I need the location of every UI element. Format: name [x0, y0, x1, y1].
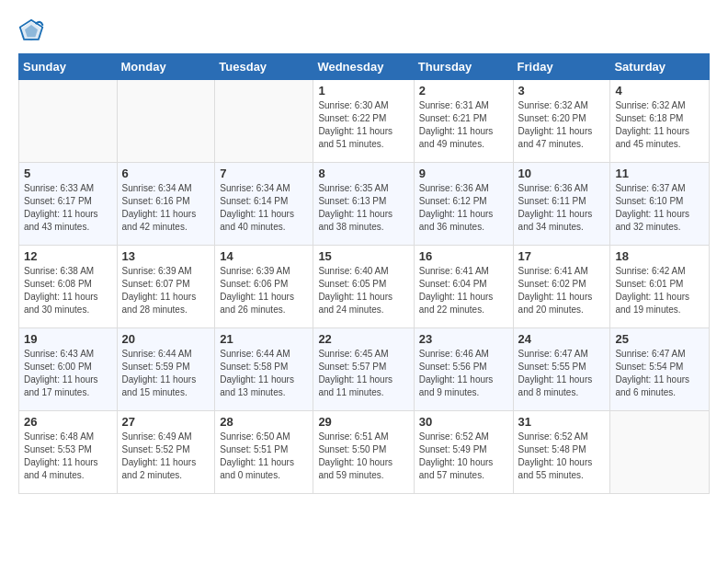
day-cell: 1Sunrise: 6:30 AM Sunset: 6:22 PM Daylig… — [313, 80, 414, 163]
day-number: 9 — [419, 167, 508, 180]
day-cell: 18Sunrise: 6:42 AM Sunset: 6:01 PM Dayli… — [610, 246, 710, 328]
day-info: Sunrise: 6:52 AM Sunset: 5:49 PM Dayligh… — [419, 431, 508, 482]
day-number: 12 — [24, 249, 112, 263]
day-cell: 17Sunrise: 6:41 AM Sunset: 6:02 PM Dayli… — [513, 246, 610, 328]
day-cell: 26Sunrise: 6:48 AM Sunset: 5:53 PM Dayli… — [19, 411, 118, 494]
day-cell: 23Sunrise: 6:46 AM Sunset: 5:56 PM Dayli… — [414, 328, 513, 411]
header-saturday: Saturday — [610, 54, 710, 80]
day-number: 5 — [24, 167, 112, 180]
header-wednesday: Wednesday — [313, 54, 414, 80]
week-row-0: 1Sunrise: 6:30 AM Sunset: 6:22 PM Daylig… — [19, 80, 710, 163]
day-info: Sunrise: 6:44 AM Sunset: 5:59 PM Dayligh… — [122, 348, 210, 399]
day-number: 22 — [318, 332, 408, 346]
day-cell: 20Sunrise: 6:44 AM Sunset: 5:59 PM Dayli… — [117, 328, 215, 411]
day-number: 25 — [615, 332, 704, 346]
day-number: 16 — [419, 249, 508, 263]
day-number: 4 — [615, 84, 704, 98]
page-header — [18, 18, 710, 44]
day-info: Sunrise: 6:45 AM Sunset: 5:57 PM Dayligh… — [318, 348, 408, 399]
day-info: Sunrise: 6:36 AM Sunset: 6:12 PM Dayligh… — [419, 182, 508, 234]
day-cell: 19Sunrise: 6:43 AM Sunset: 6:00 PM Dayli… — [19, 328, 118, 411]
day-cell — [19, 80, 118, 163]
day-cell: 30Sunrise: 6:52 AM Sunset: 5:49 PM Dayli… — [414, 411, 513, 494]
header-sunday: Sunday — [19, 54, 118, 80]
day-cell: 10Sunrise: 6:36 AM Sunset: 6:11 PM Dayli… — [513, 163, 610, 246]
day-info: Sunrise: 6:39 AM Sunset: 6:07 PM Dayligh… — [122, 265, 210, 316]
day-number: 10 — [518, 167, 606, 180]
day-number: 17 — [518, 249, 606, 263]
day-number: 13 — [122, 249, 210, 263]
day-number: 11 — [615, 167, 704, 180]
day-info: Sunrise: 6:32 AM Sunset: 6:18 PM Dayligh… — [615, 99, 704, 151]
day-cell: 16Sunrise: 6:41 AM Sunset: 6:04 PM Dayli… — [414, 246, 513, 328]
day-number: 8 — [318, 167, 408, 180]
day-cell: 11Sunrise: 6:37 AM Sunset: 6:10 PM Dayli… — [610, 163, 710, 246]
day-cell: 22Sunrise: 6:45 AM Sunset: 5:57 PM Dayli… — [313, 328, 414, 411]
day-number: 2 — [419, 84, 508, 98]
day-info: Sunrise: 6:31 AM Sunset: 6:21 PM Dayligh… — [419, 99, 508, 151]
day-cell: 27Sunrise: 6:49 AM Sunset: 5:52 PM Dayli… — [117, 411, 215, 494]
day-number: 30 — [419, 415, 508, 429]
day-cell: 12Sunrise: 6:38 AM Sunset: 6:08 PM Dayli… — [19, 246, 118, 328]
day-number: 6 — [122, 167, 210, 180]
calendar-header-row: SundayMondayTuesdayWednesdayThursdayFrid… — [19, 54, 710, 80]
day-number: 23 — [419, 332, 508, 346]
day-cell — [117, 80, 215, 163]
day-number: 15 — [318, 249, 408, 263]
day-info: Sunrise: 6:52 AM Sunset: 5:48 PM Dayligh… — [518, 431, 606, 482]
week-row-4: 26Sunrise: 6:48 AM Sunset: 5:53 PM Dayli… — [19, 411, 710, 494]
week-row-3: 19Sunrise: 6:43 AM Sunset: 6:00 PM Dayli… — [19, 328, 710, 411]
header-tuesday: Tuesday — [215, 54, 313, 80]
day-info: Sunrise: 6:34 AM Sunset: 6:14 PM Dayligh… — [220, 182, 308, 234]
day-info: Sunrise: 6:46 AM Sunset: 5:56 PM Dayligh… — [419, 348, 508, 399]
day-number: 27 — [122, 415, 210, 429]
header-friday: Friday — [513, 54, 610, 80]
day-info: Sunrise: 6:49 AM Sunset: 5:52 PM Dayligh… — [122, 431, 210, 482]
day-info: Sunrise: 6:48 AM Sunset: 5:53 PM Dayligh… — [24, 431, 112, 482]
day-info: Sunrise: 6:47 AM Sunset: 5:54 PM Dayligh… — [615, 348, 704, 399]
day-number: 29 — [318, 415, 408, 429]
day-info: Sunrise: 6:34 AM Sunset: 6:16 PM Dayligh… — [122, 182, 210, 234]
day-info: Sunrise: 6:37 AM Sunset: 6:10 PM Dayligh… — [615, 182, 704, 234]
day-info: Sunrise: 6:36 AM Sunset: 6:11 PM Dayligh… — [518, 182, 606, 234]
day-cell: 29Sunrise: 6:51 AM Sunset: 5:50 PM Dayli… — [313, 411, 414, 494]
day-number: 26 — [24, 415, 112, 429]
day-info: Sunrise: 6:35 AM Sunset: 6:13 PM Dayligh… — [318, 182, 408, 234]
header-monday: Monday — [117, 54, 215, 80]
day-number: 28 — [220, 415, 308, 429]
day-cell — [610, 411, 710, 494]
day-cell: 15Sunrise: 6:40 AM Sunset: 6:05 PM Dayli… — [313, 246, 414, 328]
day-info: Sunrise: 6:32 AM Sunset: 6:20 PM Dayligh… — [518, 99, 606, 151]
week-row-1: 5Sunrise: 6:33 AM Sunset: 6:17 PM Daylig… — [19, 163, 710, 246]
day-number: 21 — [220, 332, 308, 346]
header-thursday: Thursday — [414, 54, 513, 80]
day-cell: 24Sunrise: 6:47 AM Sunset: 5:55 PM Dayli… — [513, 328, 610, 411]
day-cell: 4Sunrise: 6:32 AM Sunset: 6:18 PM Daylig… — [610, 80, 710, 163]
day-number: 24 — [518, 332, 606, 346]
day-cell: 9Sunrise: 6:36 AM Sunset: 6:12 PM Daylig… — [414, 163, 513, 246]
day-cell: 28Sunrise: 6:50 AM Sunset: 5:51 PM Dayli… — [215, 411, 313, 494]
logo — [18, 18, 48, 44]
week-row-2: 12Sunrise: 6:38 AM Sunset: 6:08 PM Dayli… — [19, 246, 710, 328]
day-info: Sunrise: 6:30 AM Sunset: 6:22 PM Dayligh… — [318, 99, 408, 151]
day-cell: 13Sunrise: 6:39 AM Sunset: 6:07 PM Dayli… — [117, 246, 215, 328]
day-number: 3 — [518, 84, 606, 98]
day-cell: 14Sunrise: 6:39 AM Sunset: 6:06 PM Dayli… — [215, 246, 313, 328]
day-cell: 2Sunrise: 6:31 AM Sunset: 6:21 PM Daylig… — [414, 80, 513, 163]
day-number: 14 — [220, 249, 308, 263]
day-number: 7 — [220, 167, 308, 180]
day-cell: 6Sunrise: 6:34 AM Sunset: 6:16 PM Daylig… — [117, 163, 215, 246]
day-info: Sunrise: 6:44 AM Sunset: 5:58 PM Dayligh… — [220, 348, 308, 399]
day-info: Sunrise: 6:42 AM Sunset: 6:01 PM Dayligh… — [615, 265, 704, 316]
day-info: Sunrise: 6:41 AM Sunset: 6:04 PM Dayligh… — [419, 265, 508, 316]
day-cell: 8Sunrise: 6:35 AM Sunset: 6:13 PM Daylig… — [313, 163, 414, 246]
logo-icon — [18, 18, 44, 44]
day-info: Sunrise: 6:47 AM Sunset: 5:55 PM Dayligh… — [518, 348, 606, 399]
day-number: 18 — [615, 249, 704, 263]
day-number: 31 — [518, 415, 606, 429]
day-cell: 21Sunrise: 6:44 AM Sunset: 5:58 PM Dayli… — [215, 328, 313, 411]
day-number: 20 — [122, 332, 210, 346]
day-info: Sunrise: 6:39 AM Sunset: 6:06 PM Dayligh… — [220, 265, 308, 316]
day-cell: 3Sunrise: 6:32 AM Sunset: 6:20 PM Daylig… — [513, 80, 610, 163]
day-info: Sunrise: 6:41 AM Sunset: 6:02 PM Dayligh… — [518, 265, 606, 316]
